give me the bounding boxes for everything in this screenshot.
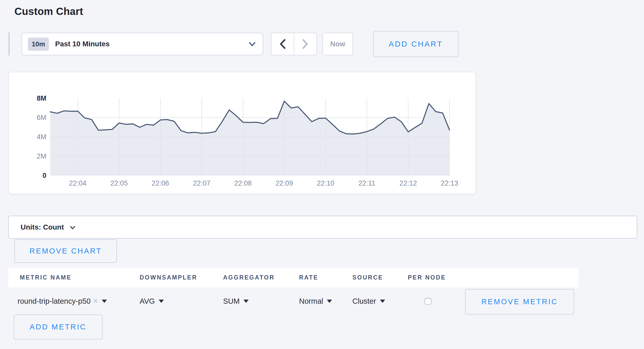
x-axis-tick-label: 22:13 xyxy=(441,179,458,187)
units-dropdown[interactable]: Units: Count xyxy=(8,216,637,239)
chart-area-fill xyxy=(50,101,450,176)
downsampler-value: AVG xyxy=(140,297,155,306)
x-axis-tick-label: 22:07 xyxy=(193,179,210,187)
dropdown-caret-icon xyxy=(327,300,332,303)
dropdown-caret-icon xyxy=(102,300,107,303)
add-chart-button[interactable]: ADD CHART xyxy=(373,31,459,57)
add-metric-label: ADD METRIC xyxy=(30,323,86,331)
metric-name-dropdown[interactable]: round-trip-latency-p50 × xyxy=(18,295,107,307)
x-axis-tick-label: 22:08 xyxy=(234,179,252,187)
page-title: Custom Chart xyxy=(14,6,83,17)
x-axis-tick-label: 22:04 xyxy=(69,179,87,187)
source-dropdown[interactable]: Cluster xyxy=(352,295,385,307)
section-divider xyxy=(9,32,10,55)
time-back-button[interactable] xyxy=(272,33,294,55)
source-value: Cluster xyxy=(352,297,376,306)
time-range-label: Past 10 Minutes xyxy=(55,40,110,48)
column-header-rate: RATE xyxy=(299,268,318,287)
x-axis-tick-label: 22:12 xyxy=(400,179,417,187)
per-node-checkbox[interactable] xyxy=(425,298,431,305)
x-axis-tick-label: 22:10 xyxy=(317,179,334,187)
clear-metric-icon[interactable]: × xyxy=(93,296,98,306)
chevron-right-icon xyxy=(302,39,309,49)
add-metric-button[interactable]: ADD METRIC xyxy=(14,315,103,339)
y-axis-tick-label: 0 xyxy=(43,172,46,179)
x-axis-tick-label: 22:09 xyxy=(276,179,293,187)
aggregator-value: SUM xyxy=(223,297,240,306)
now-button-label: Now xyxy=(330,40,345,48)
aggregator-dropdown[interactable]: SUM xyxy=(223,295,249,307)
remove-chart-button[interactable]: REMOVE CHART xyxy=(14,239,117,263)
time-forward-button[interactable] xyxy=(294,33,316,55)
y-axis-tick-label: 2M xyxy=(37,152,46,160)
time-range-dropdown[interactable]: 10m Past 10 Minutes xyxy=(22,33,263,55)
metrics-table-header: METRIC NAME DOWNSAMPLER AGGREGATOR RATE … xyxy=(8,268,578,287)
column-header-per-node: PER NODE xyxy=(408,268,446,287)
remove-metric-button[interactable]: REMOVE METRIC xyxy=(465,289,574,315)
column-header-source: SOURCE xyxy=(352,268,383,287)
dropdown-caret-icon xyxy=(159,300,164,303)
x-axis-tick-label: 22:06 xyxy=(152,179,169,187)
chevron-down-icon xyxy=(70,225,76,230)
dropdown-caret-icon xyxy=(243,300,249,303)
chevron-left-icon xyxy=(279,39,286,49)
remove-chart-label: REMOVE CHART xyxy=(29,247,102,255)
x-axis-tick-label: 22:11 xyxy=(359,179,376,187)
metric-name-value: round-trip-latency-p50 xyxy=(18,297,91,306)
time-nav-group xyxy=(271,33,317,55)
chevron-down-icon xyxy=(248,41,256,47)
column-header-downsampler: DOWNSAMPLER xyxy=(140,268,197,287)
now-button[interactable]: Now xyxy=(323,33,353,55)
y-axis-tick-label: 4M xyxy=(37,133,46,141)
column-header-metric-name: METRIC NAME xyxy=(20,268,72,287)
units-label: Units: Count xyxy=(21,223,64,231)
y-axis-tick-label: 8M xyxy=(37,94,46,102)
remove-metric-label: REMOVE METRIC xyxy=(481,298,558,306)
column-header-aggregator: AGGREGATOR xyxy=(223,268,275,287)
x-axis-tick-label: 22:05 xyxy=(110,179,128,187)
chart-card: 02M4M6M8M22:0422:0522:0622:0722:0822:092… xyxy=(8,72,476,194)
dropdown-caret-icon xyxy=(380,300,385,303)
custom-chart-plot[interactable]: 02M4M6M8M22:0422:0522:0622:0722:0822:092… xyxy=(9,72,476,194)
downsampler-dropdown[interactable]: AVG xyxy=(140,295,164,307)
rate-dropdown[interactable]: Normal xyxy=(299,295,332,307)
time-range-badge: 10m xyxy=(28,38,49,51)
rate-value: Normal xyxy=(299,297,323,306)
y-axis-tick-label: 6M xyxy=(37,114,46,121)
add-chart-label: ADD CHART xyxy=(389,40,443,48)
